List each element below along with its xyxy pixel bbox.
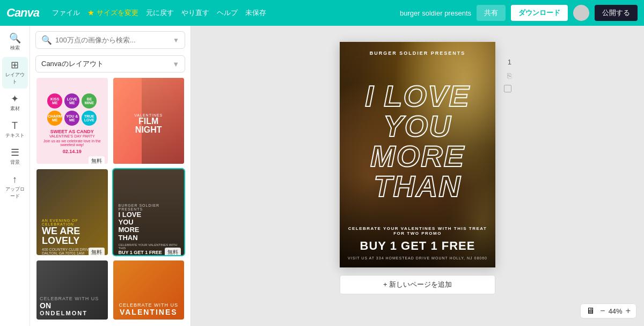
search-icon-panel: 🔍 (41, 35, 52, 45)
page-checkbox[interactable] (504, 85, 511, 92)
topbar-right: burger soldier presents 共有 ダウンロード 公開する (400, 5, 638, 21)
monitor-icon[interactable]: 🖥 (586, 306, 595, 316)
tmpl3-title2: LOVELY (42, 236, 79, 245)
canvas-page: BURGER SOLDIER PRESENTS I LOVE YOU MORE … (340, 42, 495, 294)
tmpl1-title: SWEET AS CANDY (50, 129, 94, 134)
canvas-content: BURGER SOLDIER PRESENTS I LOVE YOU MORE … (340, 42, 495, 267)
tmpl5-sub: ONDELMONT (40, 310, 87, 316)
sidebar-label-layout: レイアウト (4, 71, 26, 85)
sidebar-item-upload[interactable]: ↑ アップロード (2, 171, 28, 203)
sidebar-item-background[interactable]: ☰ 背景 (2, 144, 28, 169)
template-item-4[interactable]: BURGER SOLDIER PRESENTS I LOVEYOUMORETHA… (112, 168, 186, 256)
heart-4: CHARMME (47, 111, 62, 126)
tmpl3-title1: WE ARE (42, 226, 80, 236)
menu-bar: ファイル ★ サイズを変更 元に戻す やり直す ヘルプ 未保存 (52, 8, 391, 18)
zoom-controls: 🖥 − 44% + (580, 303, 636, 318)
tmpl4-sub: BURGER SOLDIER PRESENTS (119, 204, 179, 211)
tmpl4-celebrate: CELEBRATE YOUR VALENTINES WITH THIS (119, 243, 179, 250)
background-icon: ☰ (11, 148, 19, 157)
sidebar-item-layout[interactable]: ⊞ レイアウト (2, 57, 28, 89)
project-name: burger soldier presents (400, 9, 471, 17)
tmpl6-label: VALENTINES (120, 308, 178, 316)
badge-free-1: 無料 (89, 156, 105, 165)
sidebar-label-elements: 素材 (10, 105, 20, 112)
filter-label: Canvaのレイアウト (41, 59, 104, 69)
filter-section: Canvaのレイアウト ▼ (30, 52, 191, 77)
menu-file[interactable]: ファイル (52, 8, 80, 18)
sidebar-item-text[interactable]: T テキスト (2, 118, 28, 142)
canvas-buy-text: BUY 1 GET 1 FREE (346, 239, 489, 253)
template-item-2[interactable]: VALENTINES FILM NIGHT (112, 77, 186, 165)
heart-3: BEMINE (82, 93, 97, 108)
zoom-plus-button[interactable]: + (626, 306, 631, 316)
search-chevron-icon: ▼ (173, 37, 179, 44)
menu-unsaved: 未保存 (245, 8, 266, 18)
search-section: 🔍 ▼ (30, 26, 191, 52)
canvas-area: BURGER SOLDIER PRESENTS I LOVE YOU MORE … (191, 26, 644, 326)
search-box[interactable]: 🔍 ▼ (35, 31, 185, 49)
search-input[interactable] (55, 36, 170, 44)
download-button[interactable]: ダウンロード (511, 5, 568, 21)
template-item-1[interactable]: KISSME LOVEME BEMINE CHARMME YOU &ME TRU… (35, 77, 109, 165)
canvas-footer: CELEBRATE YOUR VALENTINES WITH THIS TREA… (346, 226, 489, 260)
template-item-5[interactable]: CELEBRATE WITH US ON ONDELMONT (35, 259, 109, 321)
copy-icon[interactable]: ⎘ (507, 71, 511, 80)
canvas-visit-text: VISIT US AT 334 HOMESTEAD DRIVE MOUNT HO… (346, 256, 489, 260)
sidebar-item-search[interactable]: 🔍 検索 (2, 30, 28, 55)
zoom-minus-button[interactable]: − (600, 306, 605, 316)
sidebar-item-elements[interactable]: ✦ 素材 (2, 91, 28, 115)
badge-free-3: 無料 (89, 248, 105, 256)
share-button[interactable]: 共有 (477, 5, 506, 21)
tmpl4-cta: BUY 1 GET 1 FREE (119, 250, 179, 255)
tmpl1-date: 02.14.19 (63, 149, 82, 154)
tmpl1-sub: VALENTINE'S DAY PARTY (49, 134, 95, 138)
template-panel: 🔍 ▼ Canvaのレイアウト ▼ KISSME LOVEME BE (30, 26, 191, 326)
add-page-button[interactable]: + 新しいページを追加 (340, 275, 495, 294)
canvas-line1: I LOVE (365, 81, 470, 111)
template-item-3[interactable]: AN EVENING OF CELEBRATION WE ARE LOVELY … (35, 168, 109, 256)
tmpl5-title: ON (40, 301, 51, 310)
canvas-celebrate-text: CELEBRATE YOUR VALENTINES WITH THIS TREA… (346, 226, 489, 236)
icon-sidebar: 🔍 検索 ⊞ レイアウト ✦ 素材 T テキスト ☰ 背景 ↑ アップロード (0, 26, 30, 326)
tmpl6-celebrate: CELEBRATE WITH US (119, 302, 178, 308)
menu-resize[interactable]: ★ サイズを変更 (87, 8, 138, 18)
publish-button[interactable]: 公開する (595, 5, 638, 21)
heart-2: LOVEME (64, 93, 79, 108)
text-icon: T (12, 121, 18, 131)
canva-logo: Canva (6, 6, 39, 20)
sidebar-label-background: 背景 (10, 159, 20, 166)
canvas-card[interactable]: BURGER SOLDIER PRESENTS I LOVE YOU MORE … (340, 42, 495, 267)
canvas-line2: YOU (383, 111, 451, 141)
main-layout: 🔍 検索 ⊞ レイアウト ✦ 素材 T テキスト ☰ 背景 ↑ アップロード 🔍 (0, 26, 644, 326)
topbar: Canva ファイル ★ サイズを変更 元に戻す やり直す ヘルプ 未保存 bu… (0, 0, 644, 26)
heart-6: TRUELOVE (82, 111, 97, 126)
tmpl4-title: I LOVEYOUMORETHAN (119, 211, 179, 242)
zoom-value: 44% (609, 307, 623, 315)
menu-redo[interactable]: やり直す (181, 8, 209, 18)
sidebar-label-upload: アップロード (4, 186, 26, 200)
tmpl3-sub: AN EVENING OF CELEBRATION (42, 219, 103, 226)
sidebar-label-search: 検索 (10, 45, 20, 52)
tmpl5-label: CELEBRATE WITH US (40, 296, 99, 301)
avatar[interactable] (573, 5, 589, 21)
canvas-line3: MORE (370, 141, 465, 171)
sidebar-label-text: テキスト (5, 132, 25, 139)
heart-1: KISSME (47, 93, 62, 108)
menu-undo[interactable]: 元に戻す (146, 8, 174, 18)
template-grid: KISSME LOVEME BEMINE CHARMME YOU &ME TRU… (30, 77, 191, 326)
filter-chevron-icon: ▼ (172, 60, 179, 68)
filter-dropdown[interactable]: Canvaのレイアウト ▼ (35, 55, 185, 73)
heart-5: YOU &ME (64, 111, 79, 126)
canvas-line4: THAN (374, 171, 462, 201)
canvas-main-text: I LOVE YOU MORE THAN (365, 56, 470, 226)
tmpl1-join: Join us as we celebrate love in the swee… (42, 139, 103, 147)
menu-help[interactable]: ヘルプ (217, 8, 238, 18)
tmpl2-night: NIGHT (134, 126, 163, 134)
template-item-6[interactable]: CELEBRATE WITH US VALENTINES (112, 259, 186, 321)
upload-icon: ↑ (12, 175, 17, 184)
layout-icon: ⊞ (11, 60, 19, 70)
candy-hearts: KISSME LOVEME BEMINE CHARMME YOU &ME TRU… (42, 93, 103, 126)
tmpl2-film: FILM (134, 117, 163, 126)
canvas-presents-text: BURGER SOLDIER PRESENTS (370, 50, 466, 56)
search-icon: 🔍 (9, 33, 21, 43)
